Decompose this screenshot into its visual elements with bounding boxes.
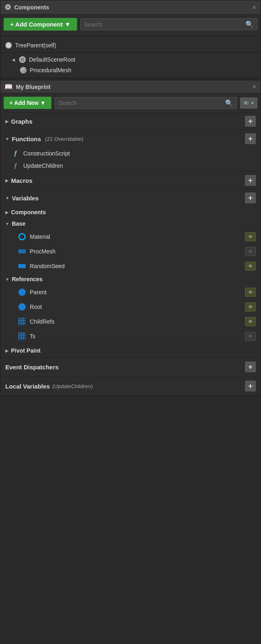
components-panel: ⚙ Components ✕ + Add Component ▼ 🔍 TreeP…	[0, 0, 261, 78]
blueprint-search-box[interactable]: 🔍	[55, 97, 237, 109]
section-graphs[interactable]: ▶ Graphs +	[0, 112, 261, 130]
var-item-parent[interactable]: Parent 👁	[0, 285, 261, 300]
components-search-input[interactable]	[84, 21, 243, 28]
root-label: Root	[30, 304, 42, 310]
components-panel-icon: ⚙	[4, 3, 11, 12]
components-toolbar: + Add Component ▼ 🔍	[0, 15, 261, 34]
randomseed-visibility-button[interactable]: 👁	[245, 262, 256, 271]
blueprint-search-input[interactable]	[58, 100, 223, 106]
local-variables-sub: (UpdateChildren)	[52, 383, 93, 389]
tree-separator	[0, 52, 261, 53]
event-dispatchers-add-button[interactable]: +	[245, 362, 256, 372]
eye-icon: 👁	[243, 100, 249, 107]
section-local-variables[interactable]: Local Variables (UpdateChildren) +	[0, 376, 261, 395]
section-pivot-paint[interactable]: ▶ Pivot Paint	[0, 344, 261, 357]
graphs-add-button[interactable]: +	[245, 116, 256, 127]
material-icon	[18, 233, 26, 240]
tree-item-treeparent[interactable]: TreeParent(self)	[0, 40, 261, 51]
tree-item-proceduralmesh[interactable]: ProceduralMesh	[0, 65, 261, 76]
childrefs-icon	[18, 318, 26, 325]
randomseed-label: RandomSeed	[30, 263, 65, 269]
treeparent-label: TreeParent(self)	[15, 42, 56, 49]
var-item-procmesh[interactable]: ProcMesh 👁	[0, 244, 261, 259]
defaultsceneroot-icon	[19, 56, 26, 63]
parent-icon	[18, 289, 26, 296]
ts-icon	[18, 333, 26, 340]
proceduralmesh-label: ProceduralMesh	[30, 67, 71, 73]
components-panel-header: ⚙ Components ✕	[0, 0, 261, 15]
components-search-icon: 🔍	[246, 20, 254, 28]
subsection-references[interactable]: ▼ References	[0, 273, 261, 285]
tree-item-defaultsceneroot[interactable]: ◀ DefaultSceneRoot	[0, 54, 261, 65]
var-item-root[interactable]: Root 👁	[0, 300, 261, 314]
blueprint-toolbar: + Add New ▼ 🔍 👁 ▼	[0, 93, 261, 112]
var-item-ts[interactable]: Ts 👁	[0, 329, 261, 344]
components-group-label: Components	[11, 209, 46, 215]
proceduralmesh-icon	[20, 67, 27, 73]
components-search-box[interactable]: 🔍	[80, 18, 257, 30]
components-tree: TreeParent(self) ◀ DefaultSceneRoot Proc…	[0, 38, 261, 78]
procmesh-icon	[18, 249, 26, 253]
section-variables[interactable]: ▼ Variables +	[0, 189, 261, 207]
references-label: References	[12, 276, 43, 282]
var-item-material[interactable]: Material 👁	[0, 229, 261, 244]
blueprint-search-icon: 🔍	[225, 99, 233, 107]
local-variables-add-button[interactable]: +	[245, 381, 256, 391]
blueprint-panel-header: 📖 My Blueprint ✕	[0, 80, 261, 93]
pivot-paint-label: Pivot Paint	[11, 347, 40, 354]
subsection-base[interactable]: ▼ Base	[0, 218, 261, 229]
updatechildren-icon: ƒ	[12, 162, 19, 169]
func-item-updatechildren[interactable]: ƒ UpdateChildren	[0, 160, 261, 171]
functions-label: Functions	[12, 135, 41, 142]
base-group-label: Base	[12, 220, 25, 227]
macros-label: Macros	[11, 177, 33, 184]
base-group-arrow: ▼	[5, 222, 9, 226]
parent-label: Parent	[30, 289, 46, 295]
macros-add-button[interactable]: +	[245, 175, 256, 186]
section-functions[interactable]: ▼ Functions (21 Overridable) +	[0, 130, 261, 147]
functions-add-button[interactable]: +	[245, 133, 256, 144]
section-event-dispatchers[interactable]: Event Dispatchers +	[0, 357, 261, 376]
blueprint-close-button[interactable]: ✕	[252, 84, 257, 90]
randomseed-icon	[18, 264, 26, 268]
childrefs-visibility-button[interactable]: 👁	[245, 317, 256, 326]
macros-arrow: ▶	[5, 178, 9, 183]
graphs-label: Graphs	[11, 118, 33, 125]
material-label: Material	[30, 233, 50, 240]
variables-arrow: ▼	[5, 196, 9, 200]
functions-arrow: ▼	[5, 137, 9, 141]
event-dispatchers-label: Event Dispatchers	[5, 364, 59, 371]
material-visibility-button[interactable]: 👁	[245, 232, 256, 241]
var-item-childrefs[interactable]: ChildRefs 👁	[0, 314, 261, 329]
subsection-components[interactable]: ▶ Components	[0, 207, 261, 218]
components-close-button[interactable]: ✕	[252, 4, 257, 11]
updatechildren-label: UpdateChildren	[23, 162, 63, 169]
add-component-button[interactable]: + Add Component ▼	[4, 18, 77, 31]
root-visibility-button[interactable]: 👁	[245, 302, 256, 311]
eye-dropdown-arrow: ▼	[250, 101, 254, 105]
defaultsceneroot-label: DefaultSceneRoot	[29, 56, 75, 63]
variables-add-button[interactable]: +	[245, 193, 256, 203]
ts-label: Ts	[30, 333, 35, 340]
procmesh-label: ProcMesh	[30, 248, 55, 255]
components-title-group: ⚙ Components	[4, 3, 49, 12]
add-new-button[interactable]: + Add New ▼	[4, 97, 51, 109]
procmesh-visibility-button[interactable]: 👁	[245, 247, 256, 256]
section-macros[interactable]: ▶ Macros +	[0, 171, 261, 189]
local-variables-label: Local Variables	[5, 383, 50, 390]
blueprint-title-group: 📖 My Blueprint	[4, 83, 51, 91]
blueprint-panel-icon: 📖	[4, 83, 13, 91]
blueprint-panel-title: My Blueprint	[16, 84, 51, 90]
references-arrow: ▼	[5, 277, 9, 282]
func-item-constructionscript[interactable]: ƒ ConstructionScript	[0, 147, 261, 160]
variables-label: Variables	[12, 195, 39, 202]
graphs-arrow: ▶	[5, 119, 9, 124]
treeparent-icon	[5, 42, 12, 49]
ts-visibility-button[interactable]: 👁	[245, 332, 256, 341]
pivot-paint-arrow: ▶	[5, 349, 9, 353]
blueprint-panel: 📖 My Blueprint ✕ + Add New ▼ 🔍 👁 ▼ ▶ Gra…	[0, 80, 261, 396]
var-item-randomseed[interactable]: RandomSeed 👁	[0, 259, 261, 273]
parent-visibility-button[interactable]: 👁	[245, 288, 256, 297]
root-icon	[18, 303, 26, 311]
visibility-filter-button[interactable]: 👁 ▼	[240, 98, 257, 109]
